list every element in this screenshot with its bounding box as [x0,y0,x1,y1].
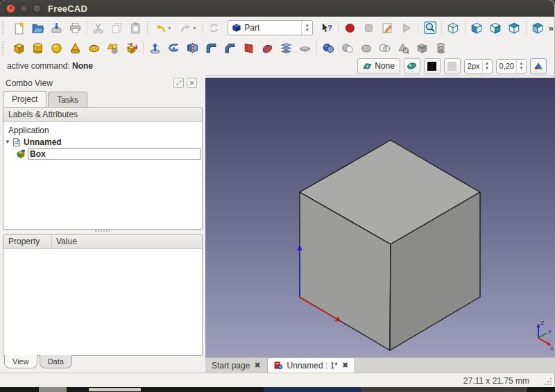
panel-float-button[interactable]: ⤢ [173,78,184,88]
expander-icon[interactable]: ▼ [3,139,12,145]
axis-x-label: X [550,346,554,352]
tab-unnamed-document[interactable]: Unnamed : 1* ✖ [267,357,356,373]
draft-snap-button[interactable] [404,58,420,74]
tree-item-application[interactable]: Application [3,124,202,136]
part-cut-button[interactable] [338,39,357,57]
undo-button[interactable]: ▾ [150,19,175,37]
panel-splitter[interactable] [3,229,203,233]
part-shapebuilder-button[interactable] [122,39,141,57]
view-right-button[interactable] [505,19,524,37]
tab-project[interactable]: Project [3,91,46,107]
tab-close-icon[interactable]: ✖ [254,361,260,370]
model-tree[interactable]: Application ▼ Unnamed Box [3,122,202,160]
draft-line-color-button[interactable] [424,58,441,74]
paste-button[interactable] [126,19,145,37]
tab-view[interactable]: View [4,355,37,368]
part-offset-button[interactable] [258,39,277,57]
resize-grip[interactable] [543,377,552,386]
macro-edit-button[interactable] [378,19,397,37]
part-common-button[interactable] [375,39,394,57]
linewidth-spinner[interactable]: ▲▼ [482,60,492,73]
part-boolean-button[interactable] [319,39,338,57]
screen: ✕ – ▢ FreeCAD [0,0,555,392]
tab-data[interactable]: Data [40,355,72,368]
draft-face-color-button[interactable] [444,58,461,74]
part-ruledsurface-icon [242,42,255,55]
whats-this-button[interactable]: ? [317,19,336,37]
panel-close-button[interactable]: ✕ [187,78,197,88]
tab-tasks[interactable]: Tasks [48,92,87,107]
workbench-spinner[interactable]: ▲▼ [301,21,312,35]
value-column-header[interactable]: Value [56,237,77,246]
window-title: FreeCAD [48,3,87,14]
combo-view-panel: Combo View ⤢ ✕ Project Tasks Labels & At… [0,75,205,373]
fontsize-spinner[interactable]: ▲▼ [516,60,526,73]
part-mirror-icon [186,42,199,55]
panel-close-icon: ✕ [189,80,195,87]
part-fillet-button[interactable] [202,39,221,57]
view-axonometric-button[interactable] [444,19,463,37]
toolbar-separator [316,41,317,55]
tab-start-page[interactable]: Start page ✖ [205,358,267,373]
toolbar-drag-handle[interactable] [2,22,7,34]
redo-button[interactable]: ▾ [175,19,200,37]
part-ruledsurface-button[interactable] [239,39,258,57]
autogroup-icon [533,61,543,71]
open-document-button[interactable] [28,19,47,37]
draft-autogroup-button[interactable] [530,58,547,74]
property-column-header[interactable]: Property [3,237,51,246]
redo-dropdown-icon[interactable]: ▾ [193,25,196,31]
property-mode-tabs: View Data [4,355,74,368]
fit-all-button[interactable] [420,19,439,37]
part-loft-button[interactable] [277,39,296,57]
part-torus-button[interactable] [85,39,103,57]
draft-tray: None 2px ▲▼ 0,20 ▲▼ [357,58,547,74]
view-top-button[interactable] [486,19,505,37]
draft-fontsize-spinbox[interactable]: 0,20 ▲▼ [496,59,527,74]
part-union-button[interactable] [357,39,375,57]
part-primitives-button[interactable] [103,39,122,57]
toolbar-drag-handle[interactable] [2,42,7,54]
snap-icon [407,62,417,70]
3d-viewport[interactable]: Z Y X [205,78,555,357]
axis-z-label: Z [541,320,545,326]
tab-close-icon[interactable]: ✖ [342,361,348,370]
undo-dropdown-icon[interactable]: ▾ [168,25,171,31]
draft-linewidth-spinbox[interactable]: 2px ▲▼ [464,59,493,74]
workbench-selector[interactable]: Part ▲▼ [228,20,313,35]
part-check-geometry-button[interactable] [394,39,413,57]
tree-item-document[interactable]: ▼ Unnamed [3,136,202,148]
new-document-button[interactable] [10,19,28,37]
view-isometric-button[interactable] [529,19,547,37]
part-crosssection-button[interactable] [413,39,432,57]
window-maximize-button[interactable]: ▢ [33,4,42,13]
part-defeature-button[interactable] [432,39,450,57]
window-minimize-button[interactable]: – [19,4,28,13]
macro-stop-button[interactable] [359,19,378,37]
part-revolve-button[interactable] [164,39,183,57]
macro-record-button[interactable] [341,19,359,37]
part-box-button[interactable] [10,39,28,57]
tree-item-box[interactable]: Box [3,148,202,160]
part-cylinder-button[interactable] [28,39,47,57]
window-close-button[interactable]: ✕ [6,4,15,13]
cut-button[interactable] [89,19,108,37]
property-list-empty[interactable] [3,249,202,353]
macro-run-button[interactable] [397,19,416,37]
part-chamfer-button[interactable] [221,39,239,57]
copy-button[interactable] [108,19,126,37]
active-command-value: None [72,61,93,71]
save-document-button[interactable] [47,19,66,37]
part-extrude-button[interactable] [146,39,164,57]
stop-icon [362,22,375,35]
toolbar-overflow-button[interactable]: » [549,23,554,33]
draft-workplane-button[interactable]: None [357,58,400,74]
part-mirror-button[interactable] [183,39,202,57]
part-sphere-button[interactable] [47,39,66,57]
view-front-button[interactable] [468,19,486,37]
print-button[interactable] [66,19,85,37]
refresh-button[interactable] [205,19,223,37]
part-cone-button[interactable] [66,39,85,57]
part-sweep-button[interactable] [296,39,314,57]
column-divider[interactable] [51,235,52,248]
